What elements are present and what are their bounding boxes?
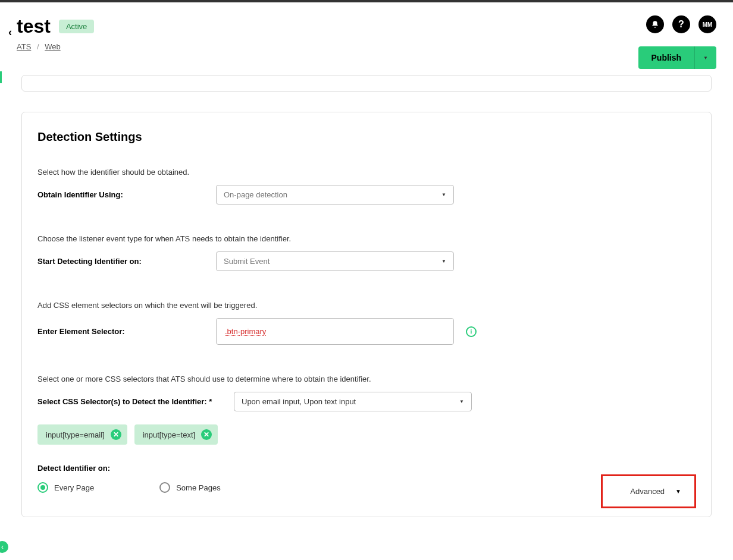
advanced-toggle[interactable]: Advanced ▼ (601, 474, 696, 508)
chip-text-label: input[type=text] (143, 430, 196, 439)
page-title: test (17, 15, 51, 37)
avatar[interactable]: MM (698, 15, 716, 33)
start-detecting-label: Start Detecting Identifier on: (37, 257, 216, 266)
help-bubble[interactable]: ‹ (0, 541, 8, 553)
notifications-icon[interactable] (646, 15, 664, 33)
caret-down-icon: ▼ (441, 259, 446, 264)
element-selector-label: Enter Element Selector: (37, 327, 216, 336)
field-start-detecting: Start Detecting Identifier on: Submit Ev… (37, 251, 696, 271)
radio-dot-icon (40, 485, 45, 490)
radio-every-page-circle (37, 482, 48, 493)
left-accent-bar (0, 71, 2, 83)
title-row: test Active (17, 15, 94, 37)
radio-every-page-label: Every Page (54, 483, 94, 492)
help-start-detecting: Choose the listener event type for when … (37, 234, 696, 243)
chip-text-remove-icon[interactable]: ✕ (201, 429, 212, 440)
css-selectors-value: Upon email input, Upon text input (242, 397, 356, 406)
header-left: ‹ test Active ATS / Web (8, 15, 94, 51)
section-title: Detection Settings (37, 130, 696, 144)
radio-some-pages[interactable]: Some Pages (159, 482, 220, 493)
chip-email-label: input[type=email] (46, 430, 105, 439)
breadcrumb-separator: / (37, 42, 39, 51)
publish-group: Publish ▼ (638, 46, 716, 69)
element-selector-input[interactable]: .btn-primary (216, 318, 454, 345)
radio-every-page[interactable]: Every Page (37, 482, 94, 493)
radio-some-pages-label: Some Pages (176, 483, 220, 492)
header-right: ? MM Publish ▼ (638, 15, 716, 69)
info-icon[interactable]: i (466, 326, 477, 337)
publish-button[interactable]: Publish (638, 46, 695, 69)
radio-some-pages-circle (159, 482, 170, 493)
help-css-selectors: Select one or more CSS selectors that AT… (37, 375, 696, 383)
detection-settings-card: Detection Settings Select how the identi… (21, 112, 712, 517)
css-selectors-label: Select CSS Selector(s) to Detect the Ide… (37, 397, 234, 406)
obtain-identifier-value: On-page detection (224, 190, 287, 199)
css-selectors-select[interactable]: Upon email input, Upon text input ▼ (234, 392, 472, 411)
field-css-selectors: Select CSS Selector(s) to Detect the Ide… (37, 392, 696, 411)
header-icons: ? MM (646, 15, 716, 33)
detect-on-label: Detect Identifier on: (37, 464, 696, 473)
chip-email-remove-icon[interactable]: ✕ (111, 429, 121, 440)
breadcrumb: ATS / Web (17, 42, 94, 51)
caret-down-icon: ▼ (675, 488, 681, 495)
selector-chips: input[type=email] ✕ input[type=text] ✕ (37, 424, 696, 445)
previous-card-bottom (21, 75, 712, 92)
main-area: Detection Settings Select how the identi… (0, 75, 733, 529)
help-element-selector: Add CSS element selectors on which the e… (37, 301, 696, 310)
start-detecting-value: Submit Event (224, 257, 270, 266)
start-detecting-select[interactable]: Submit Event ▼ (216, 251, 454, 271)
chip-text: input[type=text] ✕ (134, 424, 218, 445)
caret-down-icon: ▼ (703, 55, 708, 61)
breadcrumb-web[interactable]: Web (45, 42, 61, 51)
detect-on-radios: Every Page Some Pages (37, 482, 696, 493)
breadcrumb-ats[interactable]: ATS (17, 42, 31, 51)
publish-dropdown-button[interactable]: ▼ (694, 46, 716, 69)
header: ‹ test Active ATS / Web ? MM Publish (0, 2, 733, 75)
advanced-label: Advanced (630, 487, 665, 496)
field-obtain-identifier: Obtain Identifier Using: On-page detecti… (37, 185, 696, 205)
help-obtain: Select how the identifier should be obta… (37, 168, 696, 177)
title-block: test Active ATS / Web (17, 15, 94, 51)
status-badge: Active (59, 20, 94, 33)
obtain-identifier-select[interactable]: On-page detection ▼ (216, 185, 454, 205)
caret-down-icon: ▼ (459, 399, 464, 404)
field-element-selector: Enter Element Selector: .btn-primary i (37, 318, 696, 345)
obtain-identifier-label: Obtain Identifier Using: (37, 190, 216, 199)
help-icon[interactable]: ? (672, 15, 690, 33)
caret-down-icon: ▼ (441, 192, 446, 197)
element-selector-value: .btn-primary (225, 327, 266, 336)
chip-email: input[type=email] ✕ (37, 424, 127, 445)
back-chevron-icon[interactable]: ‹ (8, 26, 12, 39)
